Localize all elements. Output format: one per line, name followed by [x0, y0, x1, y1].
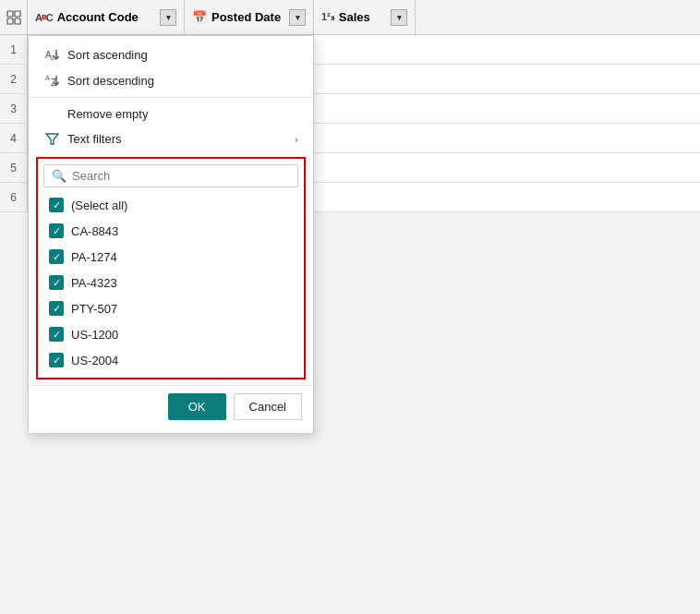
svg-rect-2: [7, 18, 13, 24]
row-num-2: 2: [0, 65, 28, 93]
check-label-pa4323: PA-4323: [71, 276, 117, 290]
sort-desc-icon: A Z: [43, 73, 60, 88]
sort-ascending-item[interactable]: A Z Sort ascending: [29, 42, 313, 67]
check-label-us2004: US-2004: [71, 354, 118, 367]
svg-text:A: A: [45, 75, 50, 81]
posted-date-label: Posted Date: [211, 10, 281, 24]
checkbox-ca8843[interactable]: ✓: [49, 223, 64, 238]
num-icon: 1²₃: [321, 11, 334, 23]
remove-empty-item[interactable]: Remove empty: [29, 102, 313, 126]
dropdown-menu: A Z Sort ascending A Z Sort descending: [28, 35, 314, 434]
col-header-posted-date: 📅 Posted Date ▾: [185, 0, 314, 34]
svg-rect-1: [15, 11, 20, 17]
search-box: 🔍: [43, 164, 298, 187]
check-label-pa1274: PA-1274: [71, 250, 117, 264]
checkbox-pa4323[interactable]: ✓: [49, 275, 64, 290]
col-header-sales: 1²₃ Sales ▾: [314, 0, 416, 34]
spreadsheet-container: ABC Account Code ▾ 📅 Posted Date ▾ 1²₃ S…: [0, 0, 700, 614]
menu-footer: OK Cancel: [29, 385, 313, 427]
calendar-icon: 📅: [192, 10, 207, 24]
search-input[interactable]: [72, 169, 290, 183]
row-num-3: 3: [0, 94, 28, 123]
menu-divider-1: [29, 97, 313, 98]
cancel-button[interactable]: Cancel: [234, 393, 302, 420]
sort-desc-label: Sort descending: [67, 74, 298, 88]
sort-asc-icon: A Z: [43, 47, 60, 62]
checkbox-select-all[interactable]: ✓: [49, 198, 64, 212]
search-icon: 🔍: [52, 169, 66, 183]
checkbox-us1200[interactable]: ✓: [49, 327, 64, 342]
check-item-pa4323[interactable]: ✓ PA-4323: [43, 271, 298, 295]
row-num-1: 1: [0, 35, 28, 64]
check-item-us1200[interactable]: ✓ US-1200: [43, 322, 298, 346]
abc-icon: ABC: [35, 12, 53, 23]
account-code-label: Account Code: [57, 10, 139, 24]
svg-rect-3: [15, 18, 20, 24]
svg-marker-10: [46, 134, 58, 144]
row-num-4: 4: [0, 124, 28, 152]
checkbox-pty507[interactable]: ✓: [49, 301, 64, 316]
posted-date-dropdown-btn[interactable]: ▾: [289, 9, 306, 26]
checkbox-pa1274[interactable]: ✓: [49, 249, 64, 264]
checklist: ✓ (Select all) ✓ CA-8843 ✓ PA-1274 ✓ PA-…: [43, 193, 298, 372]
check-item-pa1274[interactable]: ✓ PA-1274: [43, 245, 298, 269]
sales-dropdown-btn[interactable]: ▾: [391, 9, 407, 26]
header-row: ABC Account Code ▾ 📅 Posted Date ▾ 1²₃ S…: [0, 0, 700, 35]
account-code-dropdown-btn[interactable]: ▾: [160, 9, 176, 26]
check-item-pty507[interactable]: ✓ PTY-507: [43, 296, 298, 320]
filter-icon: [43, 132, 60, 146]
filter-section: 🔍 ✓ (Select all) ✓ CA-8843 ✓ PA-1274 ✓: [36, 157, 306, 379]
row-num-header: [0, 0, 28, 34]
sort-asc-label: Sort ascending: [67, 48, 298, 62]
sales-label: Sales: [339, 10, 370, 24]
check-label-pty507: PTY-507: [71, 302, 117, 316]
ok-button[interactable]: OK: [168, 393, 226, 420]
check-label-ca8843: CA-8843: [71, 224, 118, 238]
table-icon: [6, 10, 21, 25]
col-header-account-code: ABC Account Code ▾: [28, 0, 185, 34]
check-label-select-all: (Select all): [71, 199, 127, 212]
sort-descending-item[interactable]: A Z Sort descending: [29, 67, 313, 93]
svg-rect-0: [7, 11, 13, 17]
check-label-us1200: US-1200: [71, 328, 118, 342]
check-item-select-all[interactable]: ✓ (Select all): [43, 193, 298, 217]
text-filters-label: Text filters: [67, 132, 287, 146]
check-item-ca8843[interactable]: ✓ CA-8843: [43, 219, 298, 243]
row-num-6: 6: [0, 183, 28, 211]
chevron-right-icon: ›: [295, 134, 298, 145]
text-filters-item[interactable]: Text filters ›: [29, 126, 313, 151]
row-num-5: 5: [0, 153, 28, 182]
check-item-us2004[interactable]: ✓ US-2004: [43, 348, 298, 372]
remove-empty-label: Remove empty: [67, 107, 298, 121]
checkbox-us2004[interactable]: ✓: [49, 353, 64, 367]
